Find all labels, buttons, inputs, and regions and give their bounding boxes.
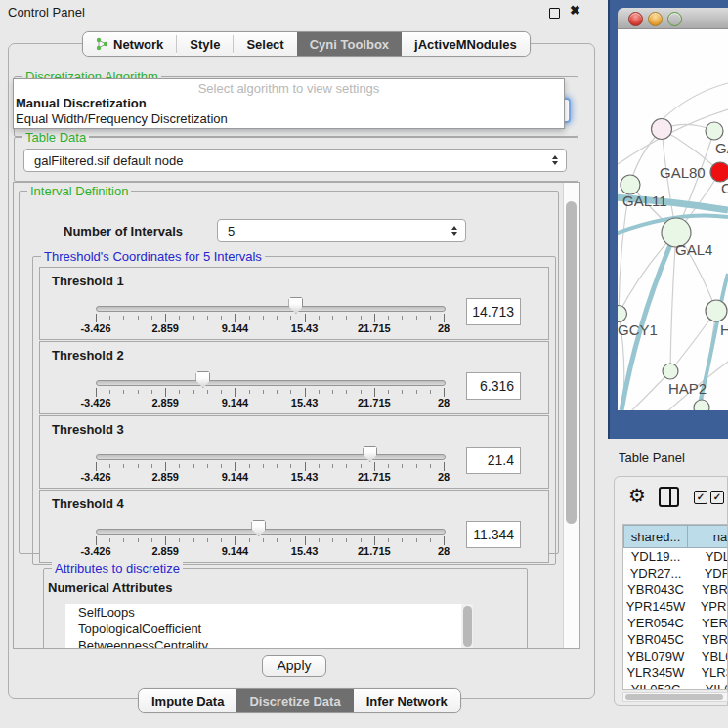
threshold-panel: Threshold 3 -3.4262.8599.14415.4321.7152… — [39, 415, 549, 489]
list-scrollbar[interactable] — [461, 604, 473, 649]
gear-icon[interactable]: ⚙ — [628, 484, 646, 507]
threshold-panels: Threshold 1 -3.4262.8599.14415.4321.7152… — [33, 267, 555, 563]
table-cell: YER054C — [623, 615, 688, 631]
tab-infer-network[interactable]: Infer Network — [354, 689, 460, 712]
popup-option-manual-discretization[interactable]: Manual Discretization — [14, 96, 564, 111]
split-columns-icon[interactable] — [659, 487, 679, 507]
threshold-slider[interactable]: -3.4262.8599.14415.4321.71528 — [96, 342, 444, 415]
threshold-value-field[interactable]: 14.713 — [466, 298, 521, 325]
tab-impute-data[interactable]: Impute Data — [139, 689, 236, 712]
table-cell: YLR345W — [623, 664, 688, 681]
tab-select[interactable]: Select — [234, 32, 296, 56]
attribute-list-item[interactable]: BetweennessCentrality — [65, 637, 473, 649]
group-title: Threshold's Coordinates for 5 Intervals — [41, 249, 265, 264]
network-node[interactable] — [706, 300, 727, 321]
network-window: GAL80GACGAL11GAL4GCY1HHAP2 — [608, 0, 728, 439]
table-cell: YBR043C — [623, 581, 688, 598]
table-row[interactable]: YDL19...YDL19... — [623, 548, 727, 565]
thresholds-group: Threshold's Coordinates for 5 Intervals … — [32, 256, 556, 565]
network-node[interactable] — [621, 175, 640, 194]
table-row[interactable]: YPR145WYPR145W — [623, 598, 727, 615]
table-cell: YBL079W — [688, 648, 728, 664]
table-cell: YLR345W — [688, 664, 728, 681]
network-node[interactable] — [706, 122, 723, 140]
tick-label: 28 — [438, 322, 450, 334]
tab-label: Network — [113, 37, 163, 52]
node-table-body: YDL19...YDL19...YDR27...YDR27...YBR043CY… — [623, 548, 727, 690]
horizontal-scrollbar[interactable] — [622, 692, 728, 702]
popup-hint: Select algorithm to view settings — [14, 81, 564, 96]
group-title: Interval Definition — [27, 184, 131, 198]
tab-label: Style — [190, 37, 220, 52]
table-row[interactable]: YBR043CYBR043C — [623, 581, 727, 598]
threshold-slider[interactable]: -3.4262.8599.14415.4321.71528 — [96, 416, 444, 490]
tab-network[interactable]: Network — [83, 32, 176, 56]
settings-scroll-pane: Interval Definition Number of Intervals … — [13, 182, 580, 649]
combo-value: 5 — [228, 224, 235, 238]
attribute-list-item[interactable]: TopologicalCoefficient — [65, 621, 473, 637]
table-header: shared... name — [623, 525, 727, 548]
network-node[interactable] — [663, 364, 678, 379]
tick-label: 9.144 — [222, 471, 249, 483]
network-node[interactable] — [618, 306, 627, 322]
close-icon[interactable]: ✖ — [570, 3, 580, 18]
network-node[interactable] — [710, 162, 728, 182]
network-node[interactable] — [694, 400, 709, 410]
tick-label: -3.426 — [80, 471, 110, 483]
table-row[interactable]: YIL052CYIL052C — [623, 681, 727, 690]
network-canvas[interactable]: GAL80GACGAL11GAL4GCY1HHAP2 — [618, 29, 728, 410]
network-node-label: HAP2 — [668, 380, 707, 397]
close-traffic-light-icon[interactable] — [628, 12, 643, 26]
tab-label: Discretize Data — [249, 694, 340, 708]
tab-jactivemnodules[interactable]: jActiveMNodules — [402, 32, 530, 56]
interval-definition-group: Interval Definition Number of Intervals … — [19, 191, 559, 554]
tab-discretize-data[interactable]: Discretize Data — [236, 689, 353, 712]
float-window-icon[interactable] — [549, 8, 560, 19]
vertical-scrollbar[interactable] — [563, 183, 579, 648]
checkbox-icon[interactable]: ✓ — [694, 491, 707, 504]
checkbox-icon[interactable]: ✓ — [710, 491, 724, 504]
apply-button[interactable]: Apply — [262, 655, 326, 677]
scrollbar-thumb[interactable] — [625, 694, 723, 700]
table-data-combo[interactable]: galFiltered.sif default node — [23, 149, 567, 172]
tab-style[interactable]: Style — [177, 32, 233, 56]
scrollbar-thumb[interactable] — [566, 201, 577, 524]
minimize-traffic-light-icon[interactable] — [648, 12, 663, 26]
node-attribute-table: shared... name YDL19...YDL19...YDR27...Y… — [622, 524, 728, 690]
number-of-intervals-combo[interactable]: 5 — [217, 219, 466, 242]
tick-label: 2.859 — [151, 397, 179, 408]
threshold-value-field[interactable]: 6.316 — [466, 372, 521, 400]
table-cell: YBL079W — [623, 648, 688, 664]
table-row[interactable]: YBL079WYBL079W — [623, 648, 727, 664]
tick-label: 9.144 — [222, 545, 249, 557]
tab-label: jActiveMNodules — [414, 37, 517, 52]
attribute-list-item[interactable]: SelfLoops — [65, 604, 473, 621]
table-panel-title: Table Panel — [619, 450, 685, 465]
numerical-attributes-list[interactable]: SelfLoopsTopologicalCoefficientBetweenne… — [65, 604, 473, 649]
tab-cyni-toolbox[interactable]: Cyni Toolbox — [297, 32, 402, 56]
slider-tick-labels: -3.4262.8599.14415.4321.71528 — [96, 268, 444, 341]
zoom-traffic-light-icon[interactable] — [667, 12, 682, 26]
network-node[interactable] — [652, 119, 672, 140]
table-panel: ⚙ ✓ ✓ shared... name YDL19...YDL19...YDR… — [614, 476, 728, 706]
numerical-attributes-label: Numerical Attributes — [48, 580, 172, 595]
threshold-value-field[interactable]: 11.344 — [466, 521, 521, 548]
table-row[interactable]: YDR27...YDR27... — [623, 565, 727, 581]
algorithm-dropdown-popup: Select algorithm to view settings Manual… — [13, 78, 565, 129]
tab-label: Infer Network — [366, 694, 448, 708]
threshold-slider[interactable]: -3.4262.8599.14415.4321.71528 — [96, 268, 444, 341]
threshold-slider[interactable]: -3.4262.8599.14415.4321.71528 — [96, 491, 444, 564]
table-row[interactable]: YLR345WYLR345W — [623, 664, 727, 681]
column-header-name[interactable]: name — [687, 525, 728, 548]
column-header-shared-name[interactable]: shared... — [623, 525, 688, 548]
scrollbar-thumb[interactable] — [463, 606, 472, 647]
threshold-value-field[interactable]: 21.4 — [466, 447, 521, 474]
table-cell: YPR145W — [688, 598, 728, 615]
group-title: Attributes to discretize — [52, 561, 183, 576]
table-row[interactable]: YER054CYER054C — [623, 615, 727, 631]
network-icon — [96, 37, 108, 51]
table-row[interactable]: YBR045CYBR045C — [623, 631, 727, 648]
popup-option-equal-width-frequency[interactable]: Equal Width/Frequency Discretization — [14, 111, 564, 127]
network-node-label: GAL80 — [660, 164, 706, 181]
network-window-titlebar[interactable] — [618, 8, 728, 29]
